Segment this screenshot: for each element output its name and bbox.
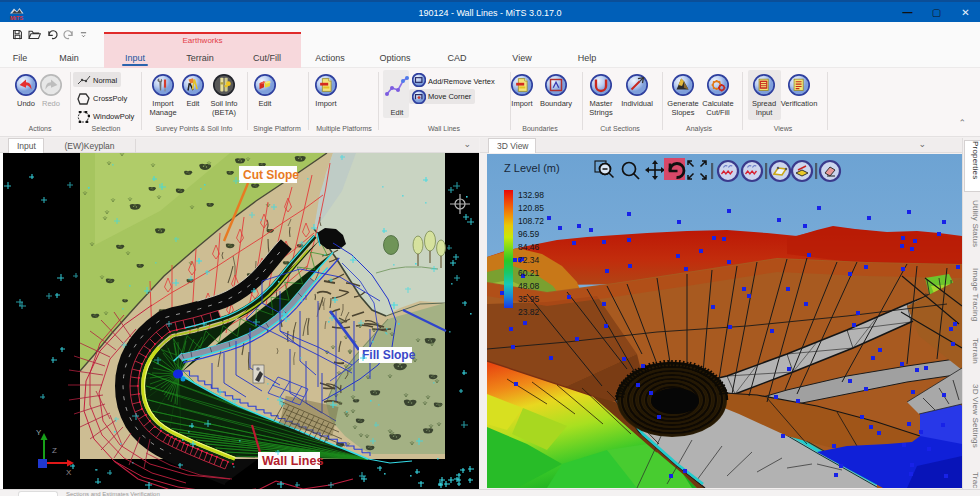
svg-text:108.72: 108.72	[518, 216, 544, 226]
svg-text:132.98: 132.98	[518, 190, 544, 200]
svg-text:48.08: 48.08	[518, 281, 540, 291]
svg-text:96.59: 96.59	[518, 229, 540, 239]
svg-text:72.34: 72.34	[518, 255, 540, 265]
svg-text:Y: Y	[36, 428, 42, 437]
svg-text:X: X	[66, 468, 72, 477]
svg-text:Cut Slope: Cut Slope	[243, 168, 299, 182]
svg-text:60.21: 60.21	[518, 268, 540, 278]
svg-text:Fill Slope: Fill Slope	[362, 348, 416, 362]
svg-text:23.82: 23.82	[518, 307, 540, 317]
svg-text:120.85: 120.85	[518, 203, 544, 213]
svg-text:Z: Z	[52, 446, 57, 455]
svg-text:Z Level (m): Z Level (m)	[504, 162, 560, 174]
svg-text:84.46: 84.46	[518, 242, 540, 252]
svg-text:Wall Lines: Wall Lines	[262, 454, 323, 468]
svg-text:35.95: 35.95	[518, 294, 540, 304]
